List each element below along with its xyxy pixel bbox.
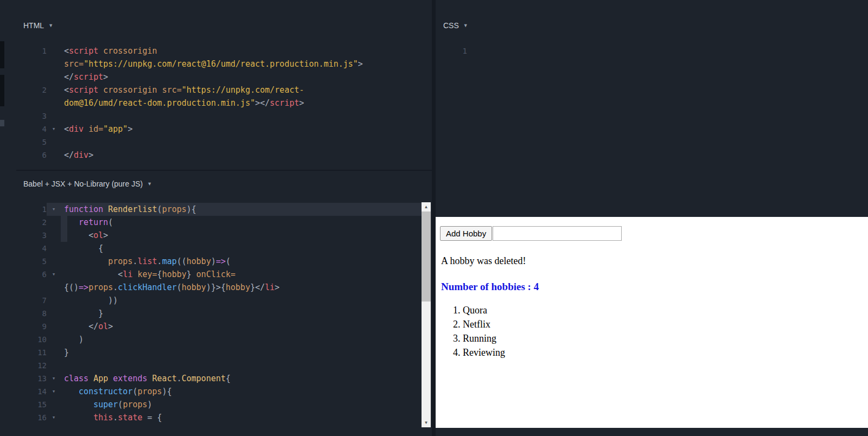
- code-token: .: [113, 283, 118, 292]
- fold-arrow-icon[interactable]: ▾: [47, 203, 61, 216]
- code-line[interactable]: 16▾ this.state = {: [16, 411, 422, 424]
- add-hobby-row: Add Hobby: [440, 226, 868, 241]
- code-token: ></: [255, 98, 270, 108]
- hobby-item[interactable]: Quora: [463, 305, 868, 319]
- code-token: )}>{: [206, 283, 226, 292]
- code-line[interactable]: 5: [16, 136, 432, 149]
- code-line[interactable]: 13▾class App extends React.Component{: [16, 372, 422, 385]
- code-line[interactable]: 3: [16, 110, 432, 123]
- code-token: ){: [162, 387, 172, 396]
- code-line[interactable]: 5 props.list.map((hobby)=>(: [16, 255, 422, 268]
- code-text: <script crossorigin src="https://unpkg.c…: [61, 84, 432, 97]
- code-line[interactable]: 7 )): [16, 294, 422, 307]
- scrollbar-thumb[interactable]: [422, 211, 431, 302]
- result-panel: Add Hobby A hobby was deleted! Number of…: [436, 217, 868, 428]
- fold-gutter: [47, 110, 61, 123]
- html-panel-header[interactable]: HTML ▼: [23, 21, 53, 30]
- scroll-up-icon[interactable]: ▲: [422, 202, 431, 211]
- code-token: function: [64, 204, 103, 214]
- html-panel-title: HTML: [23, 21, 44, 30]
- code-token: ): [64, 335, 84, 344]
- chevron-down-icon[interactable]: ▼: [463, 23, 468, 28]
- code-token: props: [123, 400, 147, 409]
- hobby-item[interactable]: Running: [463, 333, 868, 347]
- fold-arrow-icon[interactable]: ▾: [47, 372, 61, 385]
- fold-arrow-icon[interactable]: ▾: [47, 411, 61, 424]
- code-line[interactable]: 9 </ol>: [16, 320, 422, 333]
- code-token: hobby: [226, 283, 250, 292]
- fold-arrow-icon[interactable]: ▾: [47, 385, 61, 398]
- code-line[interactable]: 2<script crossorigin src="https://unpkg.…: [16, 84, 432, 97]
- code-token: crossorigin: [103, 85, 157, 95]
- code-token: [98, 85, 103, 95]
- line-number: 13: [16, 372, 47, 385]
- hobby-item[interactable]: Reviewing: [463, 347, 868, 361]
- code-line[interactable]: 10 ): [16, 333, 422, 346]
- code-line[interactable]: 14▾ constructor(props){: [16, 385, 422, 398]
- line-number: 12: [16, 359, 47, 372]
- chevron-down-icon[interactable]: ▼: [147, 181, 152, 187]
- fold-gutter: [47, 57, 61, 70]
- code-text: return(: [61, 216, 422, 229]
- code-line[interactable]: 1<script crossorigin: [16, 44, 432, 57]
- code-line[interactable]: 1▾function Renderlist(props){: [16, 203, 422, 216]
- code-token: list: [137, 257, 157, 266]
- fold-arrow-icon[interactable]: ▾: [47, 268, 61, 281]
- deleted-message: A hobby was deleted!: [441, 255, 868, 267]
- line-number: 7: [16, 294, 47, 307]
- code-line[interactable]: 2 return(: [16, 216, 422, 229]
- code-text: this.state = {: [61, 411, 422, 424]
- code-line[interactable]: 4 {: [16, 242, 422, 255]
- code-text: </div>: [61, 149, 432, 162]
- code-line[interactable]: 8 }: [16, 307, 422, 320]
- code-text: <li key={hobby} onClick=: [61, 268, 422, 281]
- fold-arrow-icon[interactable]: ▾: [47, 123, 61, 136]
- code-token: clickHandler: [118, 283, 176, 292]
- code-line[interactable]: 12: [16, 359, 422, 372]
- code-token: src=: [162, 85, 182, 95]
- code-line[interactable]: 6▾ <li key={hobby} onClick=: [16, 268, 422, 281]
- scroll-down-icon[interactable]: ▼: [422, 418, 431, 427]
- chevron-down-icon[interactable]: ▼: [48, 23, 53, 28]
- code-line[interactable]: src="https://unpkg.com/react@16/umd/reac…: [16, 57, 432, 70]
- css-panel-header[interactable]: CSS ▼: [443, 21, 468, 30]
- panel-divider-vertical[interactable]: [432, 0, 436, 436]
- code-token: props: [137, 387, 162, 396]
- js-panel-header[interactable]: Babel + JSX + No-Library (pure JS) ▼: [23, 179, 152, 188]
- code-line[interactable]: 6</div>: [16, 149, 432, 162]
- hobby-input[interactable]: [493, 226, 622, 241]
- code-token: [64, 387, 79, 396]
- css-code-editor[interactable]: 1: [437, 44, 816, 57]
- code-token: map: [162, 257, 177, 266]
- code-line[interactable]: </script>: [16, 70, 432, 84]
- code-line[interactable]: 1: [437, 44, 816, 57]
- html-code-editor[interactable]: 1<script crossoriginsrc="https://unpkg.c…: [16, 44, 432, 162]
- js-editor-scrollbar[interactable]: ▲ ▼: [422, 202, 431, 427]
- code-line[interactable]: dom@16/umd/react-dom.production.min.js">…: [16, 97, 432, 110]
- code-token: Renderlist: [108, 204, 157, 214]
- line-number: 5: [16, 255, 47, 268]
- code-text: <div id="app">: [61, 123, 432, 136]
- code-text: }: [61, 307, 422, 320]
- code-line[interactable]: 4▾<div id="app">: [16, 123, 432, 136]
- code-token: >: [127, 124, 132, 134]
- hobby-item[interactable]: Netflix: [463, 319, 868, 333]
- code-line[interactable]: 3 <ol>: [16, 229, 422, 242]
- fold-gutter: [47, 44, 61, 57]
- js-code-editor[interactable]: 1▾function Renderlist(props){2 return(3 …: [16, 203, 422, 424]
- panel-divider-horizontal[interactable]: [16, 170, 432, 171]
- code-token: this: [93, 413, 113, 422]
- code-line[interactable]: 11}: [16, 346, 422, 359]
- add-hobby-button[interactable]: Add Hobby: [440, 226, 492, 241]
- line-number: [16, 281, 47, 294]
- code-line[interactable]: {()=>props.clickHandler(hobby)}>{hobby}<…: [16, 281, 422, 294]
- code-token: =>: [79, 283, 88, 292]
- fold-gutter: [47, 84, 61, 97]
- code-token: <: [64, 270, 123, 279]
- code-token: div: [69, 124, 84, 134]
- code-token: [64, 257, 108, 266]
- fold-gutter: [47, 149, 61, 162]
- code-line[interactable]: 15 super(props): [16, 398, 422, 411]
- code-token: "app": [103, 124, 127, 134]
- code-token: ol: [93, 230, 103, 240]
